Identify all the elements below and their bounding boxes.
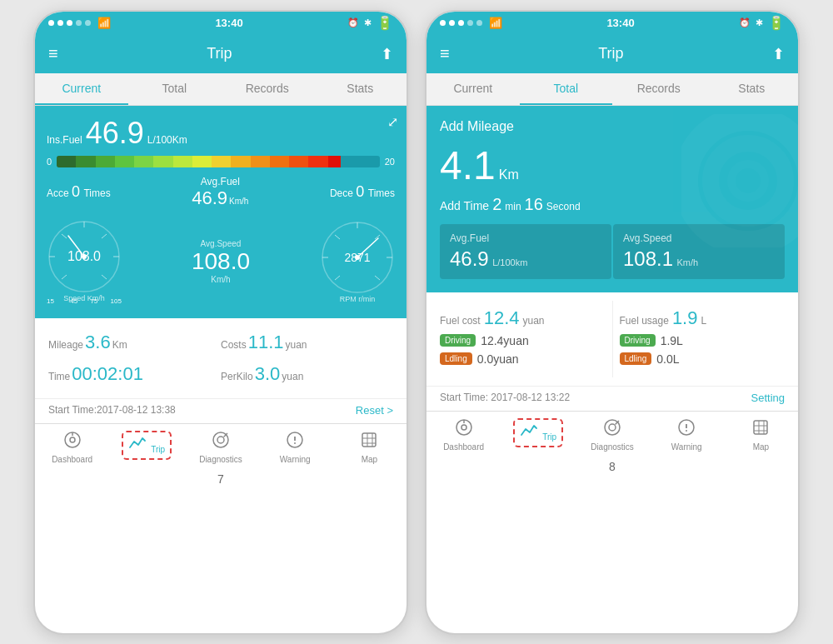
fuel-cost-unit: yuan <box>523 315 545 327</box>
avg-fuel-box-value-row: 46.9 L/100km <box>450 247 601 271</box>
dot2-2 <box>449 20 455 26</box>
acce-display: Acce 0 Times <box>47 183 111 201</box>
nav-warning-1[interactable]: Warning <box>258 429 332 466</box>
svg-point-24 <box>217 437 224 443</box>
svg-rect-46 <box>754 421 767 434</box>
battery-icon-2: 🔋 <box>768 15 785 31</box>
fuel-display: Ins.Fuel 46.9 L/100Km <box>47 116 395 151</box>
menu-icon-2[interactable]: ≡ <box>440 44 450 63</box>
status-dots-2: 📶 <box>440 17 502 29</box>
mileage-stat: Mileage 3.6 Km <box>48 327 221 358</box>
alarm-icon: ⏰ <box>347 17 359 28</box>
nav-label-warning-2: Warning <box>671 442 702 452</box>
map-icon-2 <box>751 418 770 441</box>
cost-section: Fuel cost 12.4 yuan Driving 12.4yuan Ldl… <box>426 292 798 386</box>
dece-display: Dece 0 Times <box>330 183 395 201</box>
menu-icon-1[interactable]: ≡ <box>48 44 58 63</box>
fuel-bar <box>57 156 380 167</box>
costs-unit: yuan <box>286 339 307 351</box>
driving-val-cost: 12.4yuan <box>481 334 529 347</box>
tabs-1: Current Total Records Stats <box>35 73 407 106</box>
svg-point-41 <box>609 424 616 431</box>
start-time-text-2: Start Time: 2017-08-12 13:22 <box>440 392 570 403</box>
perkilo-unit: yuan <box>282 371 303 382</box>
wifi-icon: 📶 <box>97 17 111 29</box>
costs-stat: Costs 11.1 yuan <box>221 327 393 358</box>
fuel-usage-label: Fuel usage <box>620 315 669 327</box>
avg-speed-value-row: 108.0 <box>192 248 250 275</box>
phone-2: 📶 13:40 ⏰ ✱ 🔋 ≡ Trip ⬆ Current Total Rec… <box>425 10 800 635</box>
svg-line-15 <box>335 235 340 239</box>
trip-icon-2 <box>520 425 543 443</box>
fuel-value: 46.9 <box>86 116 144 151</box>
nav-label-trip-2: Trip <box>542 432 556 442</box>
tab-records-2[interactable]: Records <box>612 73 706 105</box>
nav-warning-2[interactable]: Warning <box>650 417 724 453</box>
alarm-icon-2: ⏰ <box>739 17 751 28</box>
app-header-1: ≡ Trip ⬆ <box>35 35 407 73</box>
idling-badge-cost: Ldling <box>440 352 472 365</box>
rpm-gauge: 2871 RPM r/min <box>320 220 395 303</box>
status-bar-1: 📶 13:40 ⏰ ✱ 🔋 <box>35 12 407 35</box>
header-title-1: Trip <box>207 45 232 62</box>
fuel-unit: L/100Km <box>147 134 187 146</box>
avg-speed-center: Avg.Speed 108.0 Km/h <box>192 239 250 284</box>
reset-link[interactable]: Reset > <box>356 404 393 417</box>
avg-speed-val: 108.0 <box>192 248 250 275</box>
dot3 <box>67 20 72 26</box>
fuel-bar-container: 0 20 <box>47 156 395 167</box>
fuel-usage-unit: L <box>701 315 706 327</box>
rpm-gauge-val: 2871 <box>344 252 370 263</box>
acce-dece-row: Acce 0 Times Avg.Fuel 46.9 Km/h Dece 0 T… <box>47 176 395 209</box>
fuel-label: Ins.Fuel <box>47 134 82 146</box>
status-time-1: 13:40 <box>215 17 242 29</box>
tab-current-1[interactable]: Current <box>35 73 128 105</box>
nav-trip-1[interactable]: Trip <box>109 429 183 466</box>
nav-trip-2[interactable]: Trip <box>501 417 575 453</box>
add-time-sec-unit: Second <box>546 201 581 212</box>
svg-line-2 <box>102 234 107 238</box>
tab-total-2[interactable]: Total <box>520 73 613 105</box>
bottom-stats: Mileage 3.6 Km Costs 11.1 yuan Time 00:0… <box>35 318 407 398</box>
battery-icon: 🔋 <box>377 15 393 31</box>
tab-stats-1[interactable]: Stats <box>314 73 407 105</box>
deco-circles <box>681 114 798 251</box>
driving-badge-usage: Driving <box>620 334 656 347</box>
share-icon-1[interactable]: ⬆ <box>381 45 393 63</box>
nav-dashboard-1[interactable]: Dashboard <box>35 429 109 466</box>
nav-label-diagnostics-2: Diagnostics <box>591 442 634 452</box>
dece-value: 0 <box>356 183 364 200</box>
avg-fuel-box-label: Avg.Fuel <box>450 232 601 244</box>
warning-icon-2 <box>677 418 696 441</box>
setting-link[interactable]: Setting <box>751 392 785 404</box>
warning-icon-1 <box>286 431 304 453</box>
avg-fuel-center: Avg.Fuel 46.9 Km/h <box>192 176 248 209</box>
tab-total-1[interactable]: Total <box>128 73 222 105</box>
fuel-cost-label: Fuel cost <box>440 315 481 327</box>
bottom-nav-2: Dashboard Trip Diagnostics Warning <box>426 411 798 457</box>
add-time-label: Add Time <box>440 199 489 212</box>
svg-line-6 <box>62 275 67 279</box>
trip-highlight-1: Trip <box>122 431 172 460</box>
idling-item-usage: Ldling 0.0L <box>620 352 786 366</box>
tab-current-2[interactable]: Current <box>426 73 520 105</box>
tab-records-1[interactable]: Records <box>221 73 314 105</box>
nav-diagnostics-1[interactable]: Diagnostics <box>183 429 257 466</box>
dashboard-icon-2 <box>455 418 473 441</box>
perkilo-stat: PerKilo 3.0 yuan <box>221 358 393 390</box>
tab-stats-2[interactable]: Stats <box>706 73 799 105</box>
nav-map-2[interactable]: Map <box>724 417 798 453</box>
nav-dashboard-2[interactable]: Dashboard <box>426 417 501 453</box>
expand-icon[interactable]: ⤢ <box>387 114 398 130</box>
nav-diagnostics-2[interactable]: Diagnostics <box>575 417 649 453</box>
gauges-row: 108.0 Speed Km/h 15 45 75 105 Avg.Speed … <box>47 216 395 308</box>
nav-map-1[interactable]: Map <box>332 429 407 466</box>
share-icon-2[interactable]: ⬆ <box>772 45 785 63</box>
dashboard-card: ⤢ Ins.Fuel 46.9 L/100Km 0 <box>35 106 407 318</box>
avg-speed-unit: Km/h <box>192 275 250 284</box>
divider-v <box>612 301 613 377</box>
add-time-sec: 16 <box>525 195 543 214</box>
avg-fuel-box-val: 46.9 <box>450 247 489 270</box>
speed-val-overlay: 108.0 <box>67 250 101 263</box>
rpm-gauge-circle: 2871 <box>320 220 395 295</box>
